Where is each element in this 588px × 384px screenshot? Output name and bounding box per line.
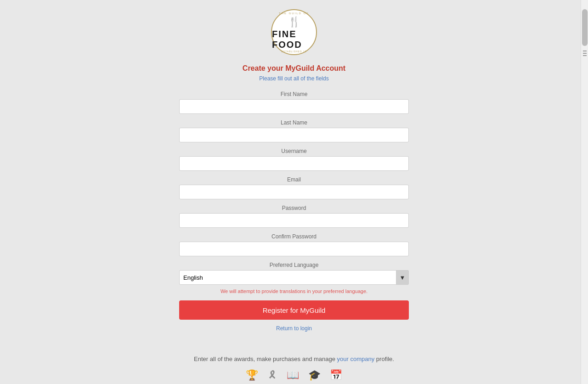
logo-circle: THE GUILD OF 🍴 FINE FOOD ESTABLISHED 19 [271,9,317,55]
calendar-icon: 📅 [330,369,342,381]
scrollbar-line [583,53,587,54]
book-icon: 📖 [287,369,299,381]
scrollbar-line [583,51,587,51]
logo-established-text: ESTABLISHED 19 [281,50,306,53]
scrollbar-line [583,55,587,56]
bottom-icons-row: 🏆 🎗 📖 🎓 📅 [246,369,342,381]
first-name-label: First Name [179,91,409,97]
password-input[interactable] [179,213,409,228]
preferred-language-label: Preferred Language [179,262,409,268]
confirm-password-group: Confirm Password [179,233,409,256]
logo-fork-icon: 🍴 [288,16,300,28]
first-name-group: First Name [179,91,409,114]
confirm-password-input[interactable] [179,242,409,256]
scrollbar-lines [583,51,587,56]
awards-icon: 🏆 [246,369,258,381]
username-input[interactable] [179,156,409,171]
subtitle: Please fill out all of the fields [259,75,328,82]
page-title: Create your MyGuild Account [243,64,345,73]
email-group: Email [179,176,409,199]
form-container: Create your MyGuild Account Please fill … [179,64,409,332]
register-button[interactable]: Register for MyGuild [179,300,409,320]
last-name-label: Last Name [179,119,409,126]
password-label: Password [179,205,409,211]
logo-fine-text: FINE FOOD [272,29,316,50]
last-name-input[interactable] [179,128,409,142]
title-suffix: Account [314,64,345,72]
username-label: Username [179,148,409,154]
email-label: Email [179,176,409,183]
footer-text-2: profile. [374,356,394,362]
footer-text-1: Enter all of the awards, make purchases … [194,356,337,362]
last-name-group: Last Name [179,119,409,142]
graduation-icon: 🎓 [308,369,321,381]
title-prefix: Create your [243,64,285,72]
return-to-login-link[interactable]: Return to login [276,325,312,332]
footer-description: Enter all of the awards, make purchases … [194,355,394,364]
username-group: Username [179,148,409,171]
translation-note: We will attempt to provide translations … [220,288,368,294]
logo-container: THE GUILD OF 🍴 FINE FOOD ESTABLISHED 19 [271,9,317,55]
confirm-password-label: Confirm Password [179,233,409,240]
password-group: Password [179,205,409,228]
footer-link[interactable]: your company [337,356,375,362]
language-select[interactable]: English French Spanish German [179,270,409,285]
logo-top-text: THE GUILD OF [279,12,309,15]
preferred-language-group: Preferred Language English French Spanis… [179,262,409,285]
title-brand: MyGuild [285,64,314,72]
scrollbar-thumb[interactable] [582,9,588,46]
first-name-input[interactable] [179,99,409,114]
bottom-section: Enter all of the awards, make purchases … [179,355,409,381]
scrollbar[interactable] [581,0,588,384]
ribbon-icon: 🎗 [267,369,277,381]
language-select-wrapper: English French Spanish German ▼ [179,270,409,285]
email-input[interactable] [179,185,409,199]
